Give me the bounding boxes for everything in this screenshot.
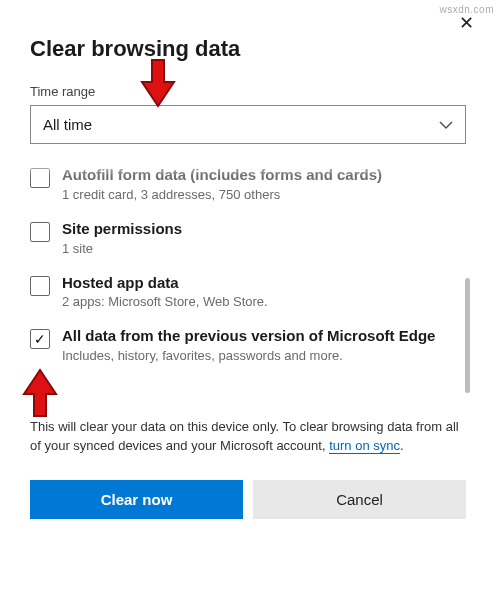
item-title: All data from the previous version of Mi… — [62, 327, 456, 346]
time-range-select[interactable]: All time — [30, 105, 466, 144]
list-item-previous-edge: ✓ All data from the previous version of … — [30, 319, 456, 373]
dialog-title: Clear browsing data — [30, 36, 476, 62]
dialog-buttons: Clear now Cancel — [30, 480, 466, 519]
item-title: Site permissions — [62, 220, 456, 239]
item-title: Hosted app data — [62, 274, 456, 293]
turn-on-sync-link[interactable]: turn on sync — [329, 438, 400, 454]
checkbox-site-permissions[interactable] — [30, 222, 50, 242]
notice-text-after: . — [400, 438, 404, 453]
time-range-label: Time range — [30, 84, 476, 99]
item-subtitle: 1 credit card, 3 addresses, 750 others — [62, 187, 456, 202]
item-subtitle: Includes, history, favorites, passwords … — [62, 348, 456, 363]
list-item-autofill: Autofill form data (includes forms and c… — [30, 158, 456, 212]
watermark-text: wsxdn.com — [439, 4, 494, 15]
checkbox-previous-edge[interactable]: ✓ — [30, 329, 50, 349]
item-title: Autofill form data (includes forms and c… — [62, 166, 456, 185]
clear-now-button[interactable]: Clear now — [30, 480, 243, 519]
data-types-list: Autofill form data (includes forms and c… — [30, 158, 466, 404]
annotation-arrow-down-icon — [140, 58, 176, 108]
checkbox-hosted-app-data[interactable] — [30, 276, 50, 296]
checkbox-autofill[interactable] — [30, 168, 50, 188]
close-icon: ✕ — [459, 13, 474, 33]
list-item-hosted-app-data: Hosted app data 2 apps: Microsoft Store,… — [30, 266, 456, 320]
item-subtitle: 2 apps: Microsoft Store, Web Store. — [62, 294, 456, 309]
item-subtitle: 1 site — [62, 241, 456, 256]
list-item-site-permissions: Site permissions 1 site — [30, 212, 456, 266]
list-scrollbar[interactable] — [465, 278, 470, 393]
chevron-down-icon — [439, 117, 453, 133]
sync-notice: This will clear your data on this device… — [30, 418, 466, 456]
time-range-value: All time — [43, 116, 92, 133]
cancel-button[interactable]: Cancel — [253, 480, 466, 519]
clear-browsing-data-dialog: ✕ wsxdn.com Clear browsing data Time ran… — [0, 0, 500, 615]
